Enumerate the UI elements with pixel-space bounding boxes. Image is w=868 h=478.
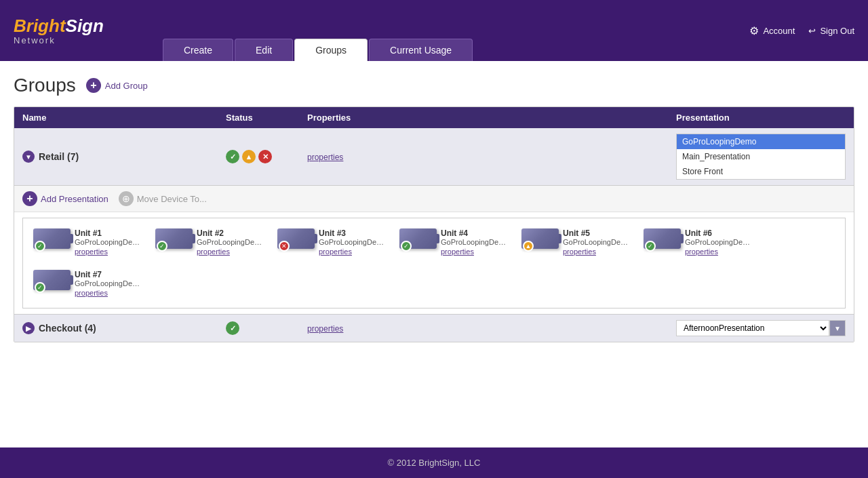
unit-5-presentation: GoProLoopingDem... <box>563 238 631 246</box>
unit-3-status-badge: ✕ <box>279 241 290 252</box>
presentation-item-storefront[interactable]: Store Front <box>677 164 845 179</box>
unit-5-info: Unit #5 GoProLoopingDem... properties <box>563 228 631 256</box>
unit-7-info: Unit #7 GoProLoopingDem... properties <box>75 270 142 298</box>
retail-presentations-panel: GoProLoopingDemo Main_Presentation Store… <box>676 134 846 180</box>
col-name: Name <box>22 113 226 123</box>
account-label: Account <box>763 26 795 36</box>
unit-3-name: Unit #3 <box>319 228 387 238</box>
checkout-properties-cell: properties <box>307 323 676 334</box>
page-header: Groups + Add Group <box>14 75 854 96</box>
add-presentation-label: Add Presentation <box>41 194 108 204</box>
unit-card-6: ✓ Unit #6 GoProLoopingDem... properties <box>640 225 755 260</box>
unit-2-presentation: GoProLoopingDem... <box>197 238 264 246</box>
unit-2-name: Unit #2 <box>197 228 264 238</box>
unit-7-name: Unit #7 <box>75 270 142 279</box>
tab-edit[interactable]: Edit <box>235 39 293 61</box>
unit-card-5: ▲ Unit #5 GoProLoopingDem... properties <box>518 225 633 260</box>
unit-card-3: ✕ Unit #3 GoProLoopingDem... properties <box>274 225 389 260</box>
unit-3-presentation: GoProLoopingDem... <box>319 238 387 246</box>
unit-4-properties-link[interactable]: properties <box>441 247 474 256</box>
nav-tabs: Create Edit Groups Current Usage <box>163 39 473 61</box>
unit-card-1: ✓ Unit #1 GoProLoopingDem... properties <box>30 225 145 260</box>
unit-card-2: ✓ Unit #2 GoProLoopingDem... properties <box>152 225 267 260</box>
retail-group-row: ▼ Retail (7) ✓ ▲ ✕ properties GoProLoopi… <box>14 128 854 186</box>
unit-card-7: ✓ Unit #7 GoProLoopingDem... properties <box>30 266 145 301</box>
signout-label: Sign Out <box>820 26 854 36</box>
unit-7-properties-link[interactable]: properties <box>75 289 108 297</box>
unit-6-properties-link[interactable]: properties <box>685 247 718 256</box>
logo-sign: Sign <box>66 16 104 36</box>
unit-1-properties-link[interactable]: properties <box>75 247 108 256</box>
unit-1-presentation: GoProLoopingDem... <box>75 238 142 246</box>
unit-2-icon-wrapper: ✓ <box>155 228 193 249</box>
tab-create[interactable]: Create <box>163 39 233 61</box>
checkout-status-green: ✓ <box>226 321 239 335</box>
unit-6-icon-wrapper: ✓ <box>644 228 681 249</box>
checkout-group-name: Checkout (4) <box>39 323 96 334</box>
move-device-button[interactable]: ⊕ Move Device To... <box>119 191 207 206</box>
tab-current-usage[interactable]: Current Usage <box>369 39 473 61</box>
unit-6-info: Unit #6 GoProLoopingDem... properties <box>685 228 753 256</box>
gear-icon: ⚙ <box>749 24 759 37</box>
retail-status-red: ✕ <box>258 150 272 163</box>
retail-group-expanded: + Add Presentation ⊕ Move Device To... <box>14 186 854 315</box>
footer: © 2012 BrightSign, LLC <box>0 447 868 478</box>
unit-5-properties-link[interactable]: properties <box>563 247 596 256</box>
move-device-label: Move Device To... <box>137 194 207 204</box>
retail-status-orange: ▲ <box>242 150 256 163</box>
groups-table: Name Status Properties Presentation ▼ Re… <box>14 106 854 342</box>
retail-expand-chevron[interactable]: ▼ <box>22 151 35 163</box>
unit-1-info: Unit #1 GoProLoopingDem... properties <box>75 228 142 256</box>
checkout-properties-link[interactable]: properties <box>307 324 343 334</box>
signout-icon: ↩ <box>808 26 816 36</box>
checkout-status-icons: ✓ <box>226 321 307 335</box>
unit-4-info: Unit #4 GoProLoopingDem... properties <box>441 228 509 256</box>
retail-presentation-list: GoProLoopingDemo Main_Presentation Store… <box>676 134 846 180</box>
unit-7-status-badge: ✓ <box>35 282 45 293</box>
signout-button[interactable]: ↩ Sign Out <box>808 26 854 36</box>
add-presentation-button[interactable]: + Add Presentation <box>22 191 108 206</box>
unit-card-4: ✓ Unit #4 GoProLoopingDem... properties <box>396 225 511 260</box>
checkout-group-row: ▶ Checkout (4) ✓ properties AfternoonPre… <box>14 315 854 342</box>
presentation-item-gopro[interactable]: GoProLoopingDemo <box>677 134 845 149</box>
col-properties: Properties <box>307 113 676 123</box>
retail-group-name-cell: ▼ Retail (7) <box>22 151 226 163</box>
retail-status-icons: ✓ ▲ ✕ <box>226 150 307 163</box>
add-group-button[interactable]: + Add Group <box>86 78 148 93</box>
retail-status-green: ✓ <box>226 150 239 163</box>
unit-4-presentation: GoProLoopingDem... <box>441 238 509 246</box>
unit-1-status-badge: ✓ <box>35 241 45 252</box>
header-right: ⚙ Account ↩ Sign Out <box>749 24 854 37</box>
tab-groups[interactable]: Groups <box>294 39 368 61</box>
checkout-presentation-cell: AfternoonPresentation ▼ <box>676 320 846 336</box>
unit-5-status-badge: ▲ <box>523 241 534 252</box>
unit-2-status-badge: ✓ <box>157 241 167 252</box>
unit-4-status-badge: ✓ <box>401 241 412 252</box>
add-presentation-icon: + <box>22 191 37 206</box>
unit-1-icon-wrapper: ✓ <box>33 228 71 249</box>
checkout-dropdown-arrow[interactable]: ▼ <box>829 320 846 336</box>
units-grid: ✓ Unit #1 GoProLoopingDem... properties <box>30 225 838 301</box>
logo-network: Network <box>14 35 56 45</box>
col-status: Status <box>226 113 307 123</box>
checkout-expand-chevron[interactable]: ▶ <box>22 322 35 334</box>
retail-group-name: Retail (7) <box>39 151 79 162</box>
checkout-presentation-select[interactable]: AfternoonPresentation <box>676 320 829 336</box>
footer-copyright: © 2012 BrightSign, LLC <box>388 458 481 468</box>
logo-text: BrightSign <box>14 16 104 37</box>
col-presentation: Presentation <box>676 113 846 123</box>
add-group-label: Add Group <box>105 81 148 91</box>
unit-6-name: Unit #6 <box>685 228 753 238</box>
retail-properties-cell: properties <box>307 152 676 162</box>
retail-properties-link[interactable]: properties <box>307 153 343 162</box>
unit-2-properties-link[interactable]: properties <box>197 247 230 256</box>
unit-4-icon-wrapper: ✓ <box>399 228 437 249</box>
unit-3-properties-link[interactable]: properties <box>319 247 352 256</box>
unit-3-info: Unit #3 GoProLoopingDem... properties <box>319 228 387 256</box>
move-device-icon: ⊕ <box>119 191 134 206</box>
presentation-item-main[interactable]: Main_Presentation <box>677 149 845 164</box>
unit-6-presentation: GoProLoopingDem... <box>685 238 753 246</box>
unit-7-icon-wrapper: ✓ <box>33 270 71 290</box>
page-title: Groups <box>14 75 76 96</box>
account-button[interactable]: ⚙ Account <box>749 24 795 37</box>
